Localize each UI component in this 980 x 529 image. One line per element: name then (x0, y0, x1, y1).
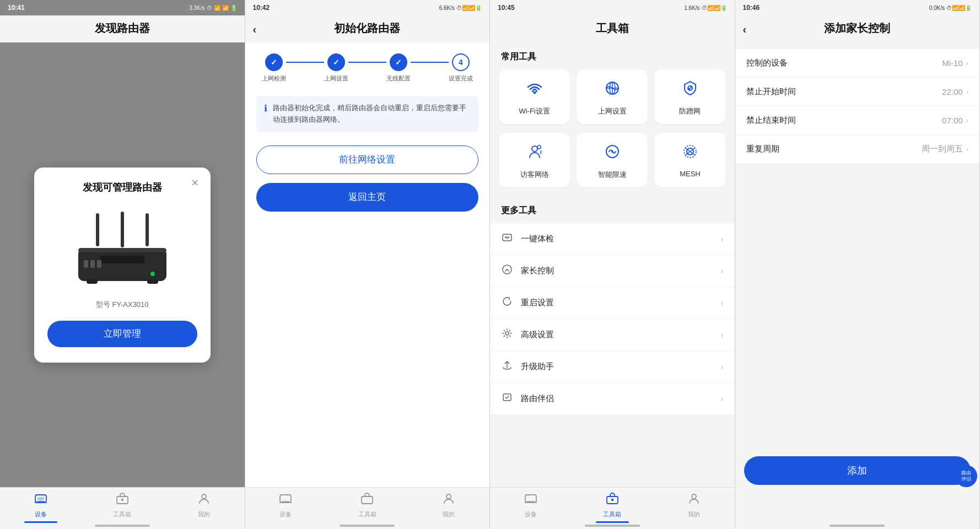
profile-icon-3 (687, 492, 701, 509)
stepper: ✓ 上网检测 ✓ 上网设置 ✓ 无线配置 4 设置完成 (256, 42, 479, 96)
step-line-2 (348, 62, 386, 63)
tool-restart[interactable]: 重启设置 › (490, 287, 735, 319)
setting-repeat-value: 周一到周五 (922, 144, 963, 154)
setting-end-value: 07:00 (942, 116, 963, 125)
close-modal-button[interactable]: ✕ (189, 176, 202, 190)
nav-toolbox-1[interactable]: 工具箱 (106, 492, 139, 519)
restart-chevron: › (721, 299, 724, 307)
home-indicator-1 (0, 526, 245, 529)
tool-wifi-settings[interactable]: Wi-Fi设置 (499, 69, 570, 124)
upgrade-label: 升级助手 (521, 361, 721, 372)
nav-label-toolbox-1: 工具箱 (113, 510, 131, 519)
tool-parental-control[interactable]: 家长控制 › (490, 255, 735, 287)
svg-rect-5 (100, 256, 144, 263)
setting-device-chevron: › (966, 59, 968, 67)
advanced-label: 高级设置 (521, 330, 721, 340)
page-title-2: ‹ 初始化路由器 (245, 15, 490, 42)
svg-point-29 (611, 150, 613, 153)
setting-end-time[interactable]: 禁止结束时间 07:00 › (735, 106, 980, 135)
svg-rect-4 (78, 248, 166, 252)
step-1: ✓ 上网检测 (262, 53, 286, 83)
nav-device-1[interactable]: 设备 (24, 492, 57, 523)
back-button-4[interactable]: ‹ (743, 23, 747, 35)
setting-start-value: 22:00 (942, 87, 963, 96)
setting-start-label: 禁止开始时间 (746, 87, 943, 97)
nav-device-3[interactable]: 设备 (514, 492, 547, 519)
nav-label-profile-2: 我的 (443, 510, 455, 519)
time-2: 10:42 (253, 4, 270, 12)
tool-internet-settings[interactable]: 上网设置 (577, 69, 648, 124)
router-svg (67, 210, 177, 293)
bottom-nav-2: 设备 工具箱 我的 (245, 487, 490, 526)
discover-modal: ✕ 发现可管理路由器 (34, 168, 211, 363)
status-bar-1: 10:41 3.3K/s ⏱ 📶 📶 🔋 (0, 0, 245, 15)
page-title-3: 工具箱 (490, 15, 735, 42)
page-title-4: ‹ 添加家长控制 (735, 15, 980, 42)
svg-rect-38 (611, 499, 613, 501)
tool-anti-freeload[interactable]: 防蹭网 (654, 69, 725, 124)
tool-health-check[interactable]: 一键体检 › (490, 223, 735, 255)
svg-point-27 (537, 145, 541, 149)
back-home-button[interactable]: 返回主页 (256, 183, 479, 212)
tool-mesh[interactable]: MESH (654, 133, 725, 187)
toolbox-icon-3 (606, 492, 619, 509)
tool-advanced[interactable]: 高级设置 › (490, 319, 735, 351)
status-icons-3: 1.6K/s ⏱📶📶🔋 (684, 5, 726, 11)
nav-toolbox-2[interactable]: 工具箱 (351, 492, 384, 519)
tool-guest-network[interactable]: 访客网络 (499, 133, 570, 187)
health-check-label: 一键体检 (521, 234, 721, 244)
settings-group: 控制的设备 Mi-10 › 禁止开始时间 22:00 › 禁止结束时间 07:0… (735, 49, 980, 163)
step-line-1 (286, 62, 324, 63)
anti-freeload-label: 防蹭网 (679, 106, 701, 116)
home-indicator-3 (490, 526, 735, 529)
bottom-nav-3: 设备 工具箱 我的 (490, 487, 735, 526)
smart-limit-icon (604, 143, 621, 164)
guest-network-label: 访客网络 (520, 170, 549, 180)
setting-start-time[interactable]: 禁止开始时间 22:00 › (735, 78, 980, 106)
time-3: 10:45 (498, 4, 515, 12)
back-button-2[interactable]: ‹ (253, 23, 257, 35)
home-indicator-2 (245, 526, 490, 529)
device-icon-2 (279, 492, 292, 509)
nav-device-2[interactable]: 设备 (269, 492, 302, 519)
companion-label: 路由伴侣 (521, 393, 721, 404)
companion-icon (501, 392, 513, 406)
page-title-1: 发现路由器 (0, 15, 245, 42)
profile-icon-1 (197, 492, 211, 509)
tool-grid-1: Wi-Fi设置 上网设置 (490, 69, 735, 133)
add-btn-area: 添加 (735, 456, 980, 485)
add-button[interactable]: 添加 (744, 456, 971, 485)
setting-device-value: Mi-10 (942, 58, 963, 68)
setting-repeat[interactable]: 重复周期 周一到周五 › (735, 135, 980, 163)
setting-end-label: 禁止结束时间 (746, 115, 943, 126)
nav-profile-3[interactable]: 我的 (677, 492, 710, 519)
manage-now-button[interactable]: 立即管理 (47, 321, 197, 347)
info-text: 路由器初始化完成，稍后路由器会自动重启，重启后您需要手动连接到路由器网络。 (273, 102, 471, 126)
more-tools-list: 一键体检 › 家长控制 › (490, 223, 735, 414)
nav-toolbox-3[interactable]: 工具箱 (596, 492, 629, 523)
status-icons-4: 0.0K/s ⏱📶📶🔋 (929, 5, 972, 11)
parental-control-chevron: › (721, 267, 724, 276)
tool-upgrade[interactable]: 升级助手 › (490, 351, 735, 383)
step-circle-4: 4 (452, 53, 470, 71)
status-icons-2: 6.6K/s ⏱📶📶🔋 (439, 5, 482, 11)
nav-profile-2[interactable]: 我的 (432, 492, 465, 519)
time-4: 10:46 (743, 4, 760, 12)
network-settings-button[interactable]: 前往网络设置 (256, 145, 479, 174)
svg-rect-9 (97, 260, 101, 268)
svg-point-39 (692, 494, 696, 499)
nav-profile-1[interactable]: 我的 (187, 492, 220, 519)
status-bar-3: 10:45 1.6K/s ⏱📶📶🔋 (490, 0, 735, 15)
discover-body: ✕ 发现可管理路由器 (0, 42, 245, 487)
svg-rect-7 (84, 260, 88, 268)
nav-underline-3 (596, 521, 629, 523)
svg-rect-18 (362, 496, 373, 504)
tool-smart-limit[interactable]: 智能限速 (577, 133, 648, 187)
init-body: ✓ 上网检测 ✓ 上网设置 ✓ 无线配置 4 设置完成 ℹ 路由器初始化完成，稍… (245, 42, 490, 487)
step-circle-1: ✓ (265, 53, 283, 71)
tool-companion[interactable]: 路由伴侣 › (490, 383, 735, 414)
setting-repeat-label: 重复周期 (746, 144, 922, 154)
info-box: ℹ 路由器初始化完成，稍后路由器会自动重启，重启后您需要手动连接到路由器网络。 (256, 96, 479, 132)
setting-device[interactable]: 控制的设备 Mi-10 › (735, 49, 980, 78)
profile-icon-2 (442, 492, 455, 509)
